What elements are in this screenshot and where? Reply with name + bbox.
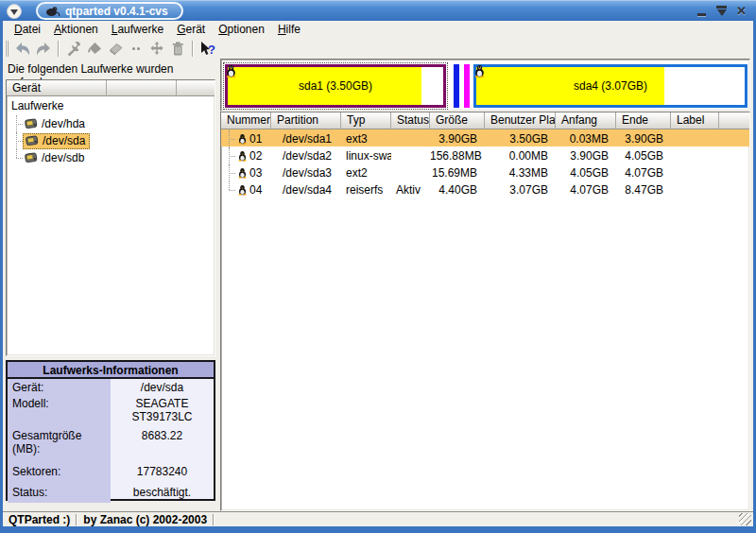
info-value-geraet: /dev/sda [111, 379, 214, 395]
tux-icon [238, 150, 247, 162]
menu-item-aktionen[interactable]: Aktionen [47, 22, 105, 37]
partition-bar-sda2[interactable] [454, 64, 459, 108]
column-typ[interactable]: Typ [341, 112, 391, 129]
menu-item-geraet[interactable]: Gerät [170, 22, 212, 37]
menu-item-optionen[interactable]: Optionen [212, 22, 271, 37]
tree-branch [12, 115, 23, 132]
info-label-status: Status: [8, 482, 111, 501]
column-label[interactable]: Label [671, 112, 719, 129]
minimize-button[interactable] [695, 4, 709, 18]
toolbar: ? [3, 38, 753, 60]
harddisk-icon [25, 152, 38, 163]
window-border [0, 21, 3, 526]
partition-bar-sda1[interactable]: sda1 (3.50GB) [225, 64, 446, 108]
whats-this-button[interactable]: ? [198, 39, 218, 59]
maximize-button[interactable] [714, 4, 729, 18]
statusbar-credit: by Zanac (c) 2002-2003 [77, 513, 213, 526]
partition-table: Nummer Partition Typ Status Größe Benutz… [220, 112, 750, 511]
maximize-icon [716, 6, 727, 16]
tree-root-laufwerke[interactable]: Laufwerke [7, 98, 215, 115]
info-label-sektoren: Sektoren: [8, 459, 111, 482]
tree-column-geraet[interactable]: Gerät [7, 80, 107, 96]
table-row-sda3[interactable]: 03 /dev/sda3 ext2 15.69MB 4.33MB 4.05GB … [221, 163, 749, 181]
info-value-gesamtgroesse: 8683.22 [111, 427, 214, 459]
harddisk-icon [25, 118, 38, 129]
resize-grip[interactable] [739, 513, 751, 525]
tux-icon [474, 64, 485, 80]
tree-column-empty[interactable] [107, 80, 177, 96]
table-row-sda2[interactable]: 02 /dev/sda2 linux-swap 156.88MB 0.00MB … [221, 146, 749, 163]
column-benutzer-platz[interactable]: Benutzer Platz [485, 112, 556, 129]
info-label-geraet: Gerät: [8, 379, 111, 395]
table-row-sda1[interactable]: 01 /dev/sda1 ext3 3.90GB 3.50GB 0.03MB 3… [221, 129, 749, 146]
tree-branch [12, 132, 23, 149]
create-button[interactable] [84, 39, 105, 59]
close-icon: ✕ [736, 5, 747, 17]
tux-icon [226, 64, 236, 80]
redo-button[interactable] [33, 39, 54, 59]
move-button[interactable] [146, 39, 167, 59]
toolbar-separator [58, 41, 60, 57]
undo-icon [14, 41, 31, 57]
drive-info-title: Laufwerks-Informationen [8, 362, 214, 379]
tree-item-dev-sdb[interactable]: /dev/sdb [7, 149, 215, 166]
eraser-icon [107, 41, 124, 57]
whats-this-icon: ? [198, 41, 217, 58]
svg-text:?: ? [208, 42, 215, 56]
undo-button[interactable] [12, 39, 33, 59]
info-value-modell: SEAGATE ST39173LC [111, 395, 214, 427]
partition-bars-panel: sda1 (3.50GB) sda4 (3.07GB) [220, 59, 750, 112]
property-button[interactable] [63, 39, 84, 59]
device-tree-panel: Gerät Laufwerke /dev/hda /dev/sda [6, 79, 215, 356]
paint-bucket-icon [86, 41, 103, 57]
partition-bar-sda3[interactable] [464, 64, 470, 108]
window-menu-button[interactable] [7, 4, 22, 19]
column-ende[interactable]: Ende [616, 112, 671, 129]
qtparted-window: qtparted v0.4.1-cvs ✕ Datei Aktionen Lau… [0, 0, 756, 533]
column-status[interactable]: Status [391, 112, 430, 129]
info-value-sektoren: 17783240 [111, 459, 214, 482]
minimize-icon [697, 13, 706, 16]
partition-table-header: Nummer Partition Typ Status Größe Benutz… [221, 112, 749, 129]
two-dots-icon [128, 41, 145, 57]
titlebar[interactable]: qtparted v0.4.1-cvs ✕ [0, 0, 756, 21]
tux-icon [238, 184, 247, 196]
table-header-filler [719, 112, 749, 129]
tree-header-filler [177, 80, 215, 96]
column-partition[interactable]: Partition [271, 112, 341, 129]
delete-button[interactable] [167, 39, 188, 59]
toolbar-handle[interactable] [5, 41, 9, 57]
tux-icon [238, 167, 247, 179]
window-title: qtparted v0.4.1-cvs [65, 5, 168, 18]
drive-info-panel: Laufwerks-Informationen Gerät: /dev/sda … [6, 360, 215, 501]
info-label-gesamtgroesse: Gesamtgröße (MB): [8, 427, 111, 459]
tree-item-dev-sda[interactable]: /dev/sda [7, 132, 215, 149]
title-pill: qtparted v0.4.1-cvs [36, 2, 183, 20]
redo-icon [35, 41, 52, 57]
table-row-sda4[interactable]: 04 /dev/sda4 reiserfs Aktiv 4.40GB 3.07G… [221, 181, 749, 198]
resize-button[interactable] [126, 39, 146, 59]
trash-icon [169, 41, 186, 57]
menu-item-datei[interactable]: Datei [8, 22, 47, 37]
column-nummer[interactable]: Nummer [221, 112, 271, 129]
statusbar-app: QTParted :) [3, 513, 76, 526]
close-button[interactable]: ✕ [734, 4, 748, 18]
column-groesse[interactable]: Größe [430, 112, 485, 129]
tree-branch [12, 149, 23, 166]
partition-bar-sda1-selection: sda1 (3.50GB) [223, 62, 448, 110]
info-label-modell: Modell: [8, 395, 111, 427]
sda1-bar-label: sda1 (3.50GB) [228, 79, 443, 93]
device-tree-header: Gerät [7, 80, 215, 96]
qtparted-mouse-icon [45, 6, 60, 17]
format-button[interactable] [105, 39, 126, 59]
sda4-bar-label: sda4 (3.07GB) [476, 79, 745, 93]
partition-bar-sda4[interactable]: sda4 (3.07GB) [473, 64, 747, 108]
wrench-icon [65, 41, 82, 57]
menu-item-laufwerke[interactable]: Laufwerke [105, 22, 170, 37]
column-anfang[interactable]: Anfang [556, 112, 616, 129]
menu-item-hilfe[interactable]: Hilfe [271, 22, 307, 37]
info-value-status: beschäftigt. [111, 482, 214, 501]
window-border [0, 526, 756, 533]
move-cross-icon [148, 41, 165, 57]
tree-item-dev-hda[interactable]: /dev/hda [7, 115, 215, 132]
